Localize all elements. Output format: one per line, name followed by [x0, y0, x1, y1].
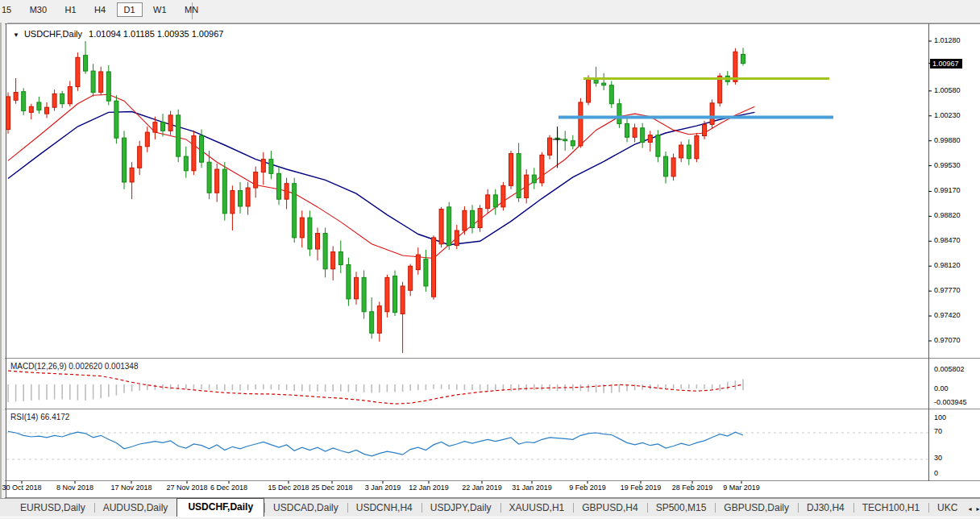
price-axis-label: 1.00580	[934, 86, 961, 94]
macd-axis-min: -0.003945	[934, 398, 967, 406]
price-axis-label: 1.01280	[934, 36, 961, 44]
timeframe-m15-button[interactable]: 15	[0, 2, 19, 17]
date-axis-label: 15 Dec 2018	[268, 484, 309, 492]
date-axis-label: 8 Nov 2018	[56, 484, 93, 492]
tab-gbpusd-daily[interactable]: GBPUSD,Daily	[715, 500, 798, 517]
tab-tech100-h1[interactable]: TECH100,H1	[853, 500, 928, 517]
tab-gbpusd-h4[interactable]: GBPUSD,H4	[573, 500, 646, 517]
date-axis-label: 17 Nov 2018	[110, 484, 152, 492]
toolbar-separator	[192, 2, 193, 19]
date-axis-label: 25 Dec 2018	[311, 484, 352, 492]
rsi-axis-0: 0	[934, 469, 938, 477]
timeframe-toolbar: 15 M30 H1 H4 D1 W1 MN	[0, 0, 980, 23]
price-axis-label: 0.99880	[934, 136, 961, 144]
rsi-axis-30: 30	[934, 454, 942, 462]
price-axis-label: 0.98470	[934, 236, 961, 244]
macd-axis-max: 0.005802	[934, 365, 965, 373]
tab-dj30-h4[interactable]: DJ30,H4	[798, 500, 853, 517]
date-axis-label: 9 Mar 2019	[723, 484, 760, 492]
timeframe-h1-button[interactable]: H1	[58, 2, 84, 17]
macd-axis-zero: 0.00	[934, 384, 949, 392]
chart-tab-bar: EURUSD,Daily AUDUSD,Daily USDCHF,Daily U…	[0, 498, 980, 517]
tab-usdjpy-daily[interactable]: USDJPY,Daily	[421, 500, 500, 517]
rsi-axis-100: 100	[934, 413, 946, 421]
date-axis-label: 6 Dec 2018	[210, 484, 247, 492]
date-axis-label: 12 Jan 2019	[409, 484, 449, 492]
rsi-label: RSI(14) 66.4172	[10, 413, 69, 421]
tab-usdcad-daily[interactable]: USDCAD,Daily	[264, 500, 347, 517]
price-axis-label: 0.98120	[934, 261, 961, 269]
chart-title-row: ▼USDCHF,Daily1.01094 1.01185 1.00935 1.0…	[13, 29, 223, 39]
tab-ukc-truncated[interactable]: UKC	[928, 500, 966, 517]
tab-usdcnh-h4[interactable]: USDCNH,H4	[347, 500, 421, 517]
price-pane[interactable]	[6, 24, 980, 358]
macd-pane[interactable]	[6, 359, 980, 409]
price-axis-label: 0.99530	[934, 161, 961, 169]
tabs-scroll-right-icon[interactable]: ▸	[976, 505, 980, 513]
macd-label: MACD(12,26,9) 0.002620 0.001348	[10, 362, 138, 371]
price-axis-label: 0.97420	[934, 311, 961, 319]
rsi-axis-70: 70	[934, 427, 942, 435]
price-axis-label: 0.98820	[934, 211, 961, 219]
date-axis-label: 3 Jan 2019	[365, 484, 401, 492]
tab-eurusd-daily[interactable]: EURUSD,Daily	[11, 500, 94, 517]
date-axis-label: 30 Oct 2018	[2, 484, 41, 492]
price-axis-label: 1.00230	[934, 111, 961, 119]
price-axis-label: 0.97070	[934, 336, 961, 344]
price-axis-label: 0.99170	[934, 186, 961, 194]
timeframe-w1-button[interactable]: W1	[146, 2, 174, 17]
timeframe-d1-button[interactable]: D1	[117, 2, 143, 17]
trading-app-window: 15 M30 H1 H4 D1 W1 MN ▼USDCHF,Daily1.010…	[0, 0, 980, 519]
tab-xauusd-h1[interactable]: XAUUSD,H1	[500, 500, 574, 517]
current-price-tag: 1.00967	[930, 59, 962, 69]
chart-dropdown-icon[interactable]: ▼	[13, 31, 19, 39]
timeframe-h4-button[interactable]: H4	[87, 2, 113, 17]
timeframe-m30-button[interactable]: M30	[23, 2, 54, 17]
tabs-scroll-left-icon[interactable]: ◂	[968, 505, 976, 513]
tab-sp500-m15[interactable]: SP500,M15	[647, 500, 716, 517]
chart-symbol-title: USDCHF,Daily	[24, 29, 82, 39]
date-axis-label: 28 Feb 2019	[672, 484, 713, 492]
tab-audusd-daily[interactable]: AUDUSD,Daily	[94, 500, 177, 517]
ohlc-readout: 1.01094 1.01185 1.00935 1.00967	[89, 29, 223, 39]
price-axis-label: 0.97770	[934, 286, 961, 294]
date-axis-label: 22 Jan 2019	[462, 484, 502, 492]
date-axis-label: 27 Nov 2018	[166, 484, 207, 492]
tab-usdchf-daily[interactable]: USDCHF,Daily	[176, 498, 264, 517]
date-axis-label: 31 Jan 2019	[512, 484, 552, 492]
rsi-pane[interactable]	[6, 410, 980, 480]
date-axis-label: 19 Feb 2019	[621, 484, 662, 492]
date-axis-label: 9 Feb 2019	[569, 484, 606, 492]
